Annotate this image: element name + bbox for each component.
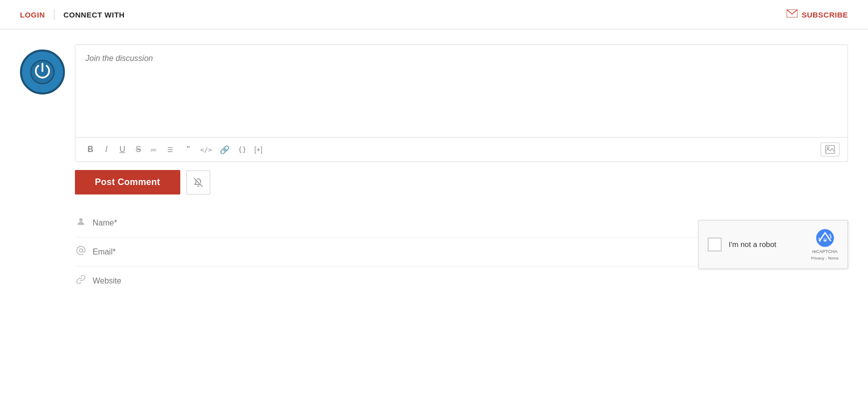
header-divider bbox=[54, 9, 54, 20]
svg-point-8 bbox=[79, 249, 82, 252]
website-input[interactable] bbox=[92, 276, 848, 286]
at-icon bbox=[75, 246, 86, 258]
recaptcha-links: Privacy - Terms bbox=[811, 256, 839, 260]
recaptcha-right: reCAPTCHA Privacy - Terms bbox=[811, 228, 839, 260]
link-button[interactable]: 🔗 bbox=[217, 142, 233, 156]
bold-button[interactable]: B bbox=[83, 142, 97, 156]
subscribe-mail-icon bbox=[787, 10, 798, 20]
post-comment-button[interactable]: Post Comment bbox=[75, 170, 180, 194]
spoiler-button[interactable]: [+] bbox=[251, 142, 265, 156]
recaptcha-box: I'm not a robot reCAPTCHA Privacy - Term… bbox=[698, 220, 848, 269]
website-field-row bbox=[75, 266, 848, 295]
editor-box: B I U S ≔ ☰ " </> 🔗 {} [+] bbox=[75, 44, 848, 162]
svg-text:≔: ≔ bbox=[150, 146, 157, 154]
editor-toolbar: B I U S ≔ ☰ " </> 🔗 {} [+] bbox=[75, 137, 848, 162]
ordered-list-button[interactable]: ≔ bbox=[147, 142, 162, 156]
image-button[interactable] bbox=[821, 142, 840, 156]
avatar-circle bbox=[20, 50, 65, 94]
svg-point-7 bbox=[79, 218, 82, 222]
connect-with-label: CONNECT WITH bbox=[63, 10, 125, 19]
code-button[interactable]: </> bbox=[197, 142, 215, 156]
recaptcha-left: I'm not a robot bbox=[708, 238, 776, 252]
toolbar-buttons: B I U S ≔ ☰ " </> 🔗 {} [+] bbox=[83, 142, 265, 156]
strikethrough-button[interactable]: S bbox=[131, 142, 145, 156]
comment-input[interactable] bbox=[75, 45, 848, 135]
recaptcha-container: I'm not a robot reCAPTCHA Privacy - Term… bbox=[698, 220, 848, 269]
recaptcha-logo-icon bbox=[816, 228, 835, 248]
svg-text:☰: ☰ bbox=[167, 146, 173, 154]
avatar bbox=[20, 50, 65, 94]
recaptcha-privacy-link[interactable]: Privacy bbox=[811, 256, 824, 260]
subscribe-link[interactable]: SUBSCRIBE bbox=[802, 10, 848, 19]
code-block-button[interactable]: {} bbox=[235, 142, 249, 156]
recaptcha-terms-link[interactable]: Terms bbox=[828, 256, 839, 260]
recaptcha-checkbox[interactable] bbox=[708, 238, 722, 252]
underline-button[interactable]: U bbox=[115, 142, 129, 156]
italic-button[interactable]: I bbox=[99, 142, 113, 156]
unordered-list-button[interactable]: ☰ bbox=[164, 142, 179, 156]
notify-button[interactable] bbox=[186, 170, 210, 194]
actions-row: Post Comment bbox=[75, 170, 848, 194]
svg-line-6 bbox=[194, 178, 202, 186]
header-left: LOGIN CONNECT WITH bbox=[20, 9, 125, 20]
toolbar-right bbox=[821, 142, 840, 156]
login-link[interactable]: LOGIN bbox=[20, 10, 45, 19]
link-icon bbox=[75, 274, 86, 287]
header-right: SUBSCRIBE bbox=[787, 10, 848, 20]
person-icon bbox=[75, 216, 86, 229]
recaptcha-label: I'm not a robot bbox=[729, 240, 776, 248]
recaptcha-brand: reCAPTCHA bbox=[812, 248, 838, 255]
header: LOGIN CONNECT WITH SUBSCRIBE bbox=[0, 0, 868, 30]
blockquote-button[interactable]: " bbox=[181, 142, 195, 156]
power-icon bbox=[30, 60, 55, 84]
